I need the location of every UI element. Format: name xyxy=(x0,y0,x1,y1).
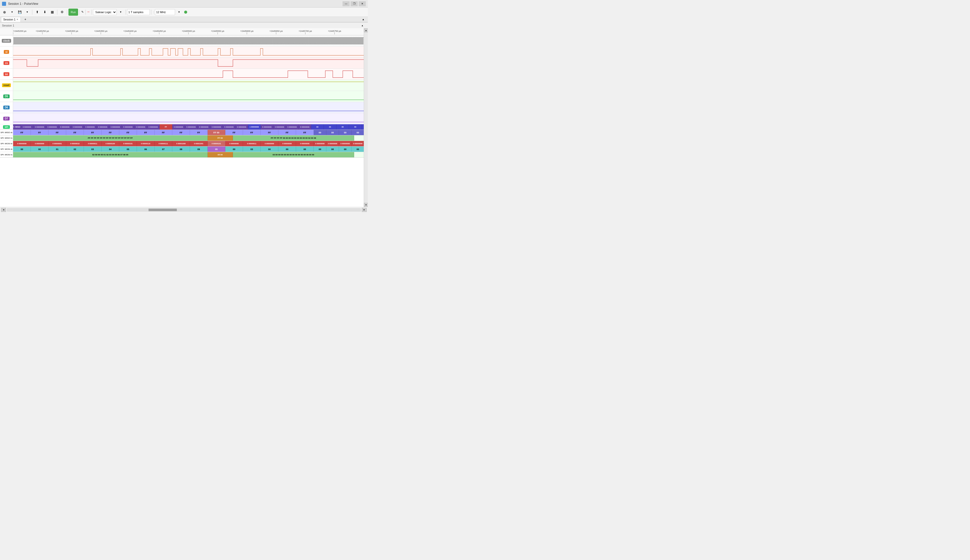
mosi-data-00-2: 00 xyxy=(31,147,48,152)
spi-mosi-data-cells: 00 00 01 02 03 04 05 06 07 08 09 05 00 0… xyxy=(13,147,364,152)
toolbar-zoom-icon-button[interactable]: ⚙ xyxy=(58,8,66,16)
spi-bit-block-21: 1 11111111 xyxy=(273,124,286,130)
new-icon: ⊕ xyxy=(3,10,6,14)
scroll-down-button[interactable]: ▼ xyxy=(364,203,368,207)
signal-label-d6[interactable]: D6 xyxy=(0,102,13,113)
miso-data-ff-5: FF xyxy=(84,130,102,135)
reset-badge: reset xyxy=(2,83,11,87)
spi-header-wave: ↑SPI: MISO b... 1 1111111 1 11111111 1 1… xyxy=(13,124,364,130)
spi-miso-data-wave: FF FF FF FF FF FF FF FF FF FF FF FF 00 F… xyxy=(13,130,364,135)
device-config-button[interactable]: ▾ xyxy=(117,8,124,16)
scroll-track[interactable] xyxy=(364,32,368,203)
toolbar-import-button[interactable]: ⬇ xyxy=(41,8,48,16)
mosi-bits-09: 0 00001001 xyxy=(190,141,208,146)
scroll-left-button[interactable]: ◄ xyxy=(1,208,6,212)
svg-rect-19 xyxy=(13,113,364,124)
miso-data-ff-12: FF xyxy=(225,130,243,135)
scrollbar-thumb[interactable] xyxy=(148,208,177,211)
miso-data-ff-7: FF xyxy=(119,130,137,135)
signal-row-clock: clock xyxy=(0,35,364,47)
toolbar-sep-5 xyxy=(85,10,86,15)
cs-waveform xyxy=(13,58,364,68)
maximize-button[interactable]: ❐ xyxy=(351,1,358,6)
session-tab-close[interactable]: ✕ xyxy=(17,18,18,21)
ruler-spacer xyxy=(0,28,13,35)
mosi-data-07: 07 xyxy=(155,147,172,152)
spi-bit-block-24: 00 xyxy=(311,124,324,130)
svg-rect-18 xyxy=(13,102,364,113)
sample-rate-separator: : xyxy=(153,11,154,13)
status-expand-button[interactable]: ▴ xyxy=(359,22,366,29)
svg-rect-15 xyxy=(13,69,364,80)
si-waveform xyxy=(13,47,364,57)
spi-bit-block-1: 1 1111111 xyxy=(21,124,33,130)
spi-miso-transfer-cells: FF FF FF FF FF FF FF FF FF FF FF FF FF F… xyxy=(13,135,364,141)
mosi-bits-00b: 0 00000000 xyxy=(225,141,243,146)
scroll-right-button[interactable]: ► xyxy=(362,208,367,212)
close-button[interactable]: ✕ xyxy=(359,1,366,6)
d5-waveform xyxy=(13,91,364,102)
mosi-data-06: 06 xyxy=(137,147,155,152)
spi-bit-block-10: 1 11111111 xyxy=(134,124,147,130)
spi-bit-block-22: 1 11111111 xyxy=(286,124,298,130)
clock-badge: clock xyxy=(2,39,12,43)
spi-header-label[interactable]: SPI xyxy=(0,124,13,130)
signal-label-reset[interactable]: reset xyxy=(0,80,13,91)
toolbar-sep-3 xyxy=(67,10,67,15)
toolbar-save-button[interactable]: 💾 xyxy=(16,8,23,16)
signal-row-si: si xyxy=(0,47,364,58)
run-button[interactable]: Run xyxy=(68,8,78,16)
save-icon: 💾 xyxy=(18,10,22,14)
miso-data-ff-13: FF xyxy=(243,130,261,135)
freq-dropdown-button[interactable]: ▾ xyxy=(175,8,183,16)
miso-transfer-1: FF FF FF FF FF FF FF FF FF FF FF FF FF F… xyxy=(13,135,208,141)
signal-wave-d7 xyxy=(13,113,364,124)
toolbar-save-arrow-button[interactable]: ▾ xyxy=(24,8,31,16)
toolbar-export-button[interactable]: ⬆ xyxy=(33,8,41,16)
spi-bit-block-20: 1 11111111 xyxy=(261,124,273,130)
scroll-up-button[interactable]: ▲ xyxy=(364,28,368,32)
signal-label-d5[interactable]: D5 xyxy=(0,91,13,102)
spi-bits-label-cell: ↑SPI: MISO b... xyxy=(13,124,21,130)
status-dot xyxy=(184,11,187,13)
miso-data-00-1: 00 xyxy=(314,130,327,135)
d7-waveform xyxy=(13,113,364,124)
toolbar-sep-7 xyxy=(125,10,126,15)
spi-miso-data-row: SPI: MISO data FF FF FF FF FF FF FF FF F… xyxy=(0,130,364,135)
signal-label-cs[interactable]: cs xyxy=(0,58,13,68)
add-session-button[interactable]: + xyxy=(22,16,29,23)
main-content: +2445200 µs +2445250 µs +2445300 µs +244… xyxy=(0,28,368,207)
session-tab[interactable]: Session 1 ✕ xyxy=(1,17,21,22)
svg-rect-16 xyxy=(13,80,364,91)
mosi-data-09: 09 xyxy=(190,147,208,152)
spi-bit-block-11: 1 11111111 xyxy=(147,124,160,130)
toolbar-pencil-icon: ✏ xyxy=(87,10,90,13)
spi-mosi-data-row: SPI: MOSI data 00 00 01 02 03 04 05 06 0… xyxy=(0,147,364,152)
signal-row-so: so xyxy=(0,69,364,80)
miso-data-00-2: 00 xyxy=(327,130,339,135)
spi-header-row: SPI ↑SPI: MISO b... 1 1111111 1 11111111… xyxy=(0,124,364,130)
clock-waveform xyxy=(13,35,364,46)
toolbar-open-button[interactable]: ▾ xyxy=(8,8,16,16)
scrollbar-track[interactable] xyxy=(7,208,361,212)
signal-label-so[interactable]: so xyxy=(0,69,13,80)
spi-mosi-bits-wave: 0 00000000 0 00000000 0 00000001 0 00000… xyxy=(13,141,364,146)
signal-label-d7[interactable]: D7 xyxy=(0,113,13,124)
device-selector[interactable]: Saleae Logic xyxy=(93,9,117,15)
waveform-area: +2445200 µs +2445250 µs +2445300 µs +244… xyxy=(0,28,364,207)
spi-bit-block-13: 1 11111111 xyxy=(172,124,185,130)
mosi-data-00e: 00 xyxy=(296,147,314,152)
mosi-bits-08: 0 00001000 xyxy=(172,141,190,146)
mosi-data-03b: 03 xyxy=(243,147,261,152)
toolbar-new-button[interactable]: ⊕ xyxy=(1,8,8,16)
toolbar-config-button[interactable]: ▦ xyxy=(49,8,56,16)
ruler-ticks-inner: +2445200 µs +2445250 µs +2445300 µs +244… xyxy=(13,28,364,35)
signal-row-d5: D5 xyxy=(0,91,364,102)
signal-label-clock[interactable]: clock xyxy=(0,35,13,46)
minimize-button[interactable]: — xyxy=(343,1,350,6)
spi-mosi-transfer-wave: 02 00 00 00 01 02 03 04 05 06 07 08 09 0… xyxy=(13,152,364,157)
signal-wave-so xyxy=(13,69,364,80)
frequency-input[interactable] xyxy=(155,9,175,15)
signal-label-si[interactable]: si xyxy=(0,47,13,57)
samples-input[interactable] xyxy=(127,9,150,15)
